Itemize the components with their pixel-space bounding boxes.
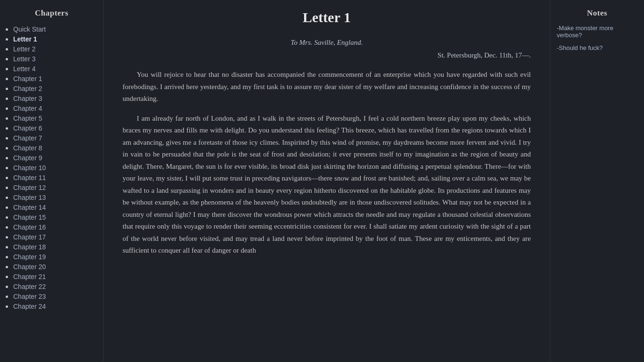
sidebar-item[interactable]: Quick Start: [13, 25, 99, 33]
sidebar-item[interactable]: Chapter 9: [13, 154, 99, 162]
sidebar-item[interactable]: Letter 3: [13, 55, 99, 63]
sidebar-link-chapter-13[interactable]: Chapter 13: [13, 194, 46, 201]
sidebar-item[interactable]: Chapter 6: [13, 124, 99, 132]
paragraph-1: You will rejoice to hear that no disaste…: [123, 69, 531, 105]
sidebar-item[interactable]: Chapter 4: [13, 104, 99, 113]
sidebar-link-chapter-3[interactable]: Chapter 3: [13, 95, 42, 102]
sidebar-item[interactable]: Chapter 8: [13, 144, 99, 152]
sidebar-item[interactable]: Letter 2: [13, 45, 99, 53]
note-item-2[interactable]: -Should he fuck?: [557, 44, 637, 51]
sidebar-item[interactable]: Chapter 23: [13, 292, 99, 301]
sidebar-item[interactable]: Letter 1: [13, 35, 99, 43]
paragraph-2: I am already far north of London, and as…: [123, 113, 531, 257]
sidebar-item[interactable]: Chapter 14: [13, 203, 99, 212]
sidebar-link-letter-2[interactable]: Letter 2: [13, 45, 35, 53]
sidebar-link-letter-3[interactable]: Letter 3: [13, 55, 35, 63]
sidebar-link-chapter-19[interactable]: Chapter 19: [13, 253, 46, 261]
sidebar-item[interactable]: Chapter 21: [13, 272, 99, 281]
notes-title: Notes: [557, 5, 637, 25]
sidebar-item[interactable]: Chapter 15: [13, 213, 99, 222]
dateline: St. Petersburgh, Dec. 11th, 17—.: [123, 51, 531, 59]
sidebar-link-letter-4[interactable]: Letter 4: [13, 65, 35, 73]
note-item-1[interactable]: -Make monster more verbose?: [557, 25, 637, 39]
sidebar-item[interactable]: Chapter 12: [13, 183, 99, 192]
sidebar-link-chapter-6[interactable]: Chapter 6: [13, 124, 42, 132]
sidebar-item[interactable]: Chapter 5: [13, 114, 99, 123]
sidebar-link-chapter-22[interactable]: Chapter 22: [13, 283, 46, 290]
chapter-list: Quick StartLetter 1Letter 2Letter 3Lette…: [0, 25, 103, 311]
sidebar-link-chapter-8[interactable]: Chapter 8: [13, 144, 42, 152]
sidebar-link-chapter-17[interactable]: Chapter 17: [13, 233, 46, 241]
sidebar-item[interactable]: Chapter 17: [13, 233, 99, 241]
sidebar-link-quick-start[interactable]: Quick Start: [13, 25, 46, 33]
sidebar-item[interactable]: Chapter 19: [13, 253, 99, 261]
sidebar-item[interactable]: Chapter 20: [13, 263, 99, 271]
sidebar-link-chapter-20[interactable]: Chapter 20: [13, 263, 46, 271]
notes-list: -Make monster more verbose?-Should he fu…: [557, 25, 637, 51]
sidebar-item[interactable]: Chapter 16: [13, 223, 99, 231]
page-title: Letter 1: [123, 9, 531, 25]
sidebar-item[interactable]: Chapter 3: [13, 94, 99, 103]
sidebar-link-chapter-24[interactable]: Chapter 24: [13, 303, 46, 310]
sidebar-link-chapter-1[interactable]: Chapter 1: [13, 75, 42, 82]
sidebar-link-letter-1[interactable]: Letter 1: [13, 35, 37, 43]
sidebar-item[interactable]: Letter 4: [13, 65, 99, 73]
sidebar-item[interactable]: Chapter 7: [13, 134, 99, 142]
sidebar-link-chapter-11[interactable]: Chapter 11: [13, 174, 46, 181]
sidebar-item[interactable]: Chapter 22: [13, 282, 99, 291]
sidebar-item[interactable]: Chapter 11: [13, 173, 99, 182]
sidebar-item[interactable]: Chapter 2: [13, 84, 99, 93]
body-text: You will rejoice to hear that no disaste…: [123, 69, 531, 257]
sidebar-link-chapter-14[interactable]: Chapter 14: [13, 204, 46, 211]
sidebar-link-chapter-18[interactable]: Chapter 18: [13, 243, 46, 251]
sidebar-link-chapter-16[interactable]: Chapter 16: [13, 223, 46, 231]
sidebar-link-chapter-5[interactable]: Chapter 5: [13, 115, 42, 122]
sidebar-link-chapter-7[interactable]: Chapter 7: [13, 134, 42, 142]
sidebar-item[interactable]: Chapter 1: [13, 74, 99, 83]
chapters-sidebar[interactable]: Chapters Quick StartLetter 1Letter 2Lett…: [0, 0, 104, 362]
main-content: Letter 1 To Mrs. Saville, England. St. P…: [104, 0, 550, 362]
notes-sidebar: Notes -Make monster more verbose?-Should…: [550, 0, 644, 362]
sidebar-link-chapter-12[interactable]: Chapter 12: [13, 184, 46, 191]
sidebar-link-chapter-15[interactable]: Chapter 15: [13, 214, 46, 221]
subtitle: To Mrs. Saville, England.: [123, 39, 531, 47]
sidebar-link-chapter-4[interactable]: Chapter 4: [13, 105, 42, 112]
sidebar-link-chapter-2[interactable]: Chapter 2: [13, 85, 42, 92]
sidebar-item[interactable]: Chapter 10: [13, 164, 99, 172]
sidebar-item[interactable]: Chapter 24: [13, 302, 99, 311]
sidebar-link-chapter-10[interactable]: Chapter 10: [13, 164, 46, 172]
sidebar-title: Chapters: [0, 5, 103, 24]
sidebar-item[interactable]: Chapter 18: [13, 243, 99, 251]
sidebar-item[interactable]: Chapter 13: [13, 193, 99, 202]
sidebar-link-chapter-9[interactable]: Chapter 9: [13, 154, 42, 162]
sidebar-link-chapter-23[interactable]: Chapter 23: [13, 293, 46, 300]
sidebar-link-chapter-21[interactable]: Chapter 21: [13, 273, 46, 280]
